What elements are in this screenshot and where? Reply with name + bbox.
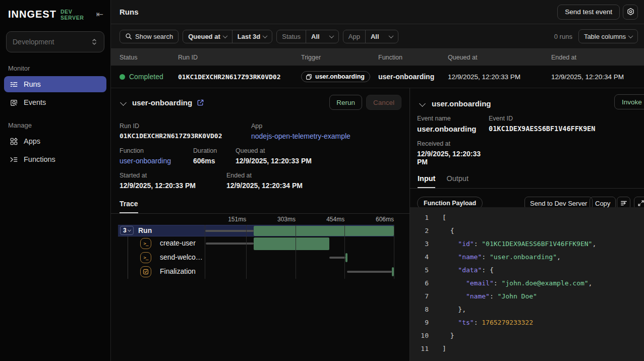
queued-at-value: 12/9/2025, 12:20:33 PM [448, 73, 551, 81]
trace-gridline [344, 225, 345, 279]
filter-bar: Show search Queued at Last 3d Status All [111, 24, 644, 49]
send-test-event-button[interactable]: Send test event [557, 5, 620, 20]
status-completed-dot [120, 74, 125, 80]
rerun-button[interactable]: Rerun [329, 95, 362, 110]
line-number: 9 [410, 319, 429, 326]
sidebar-item-label: Apps [24, 137, 40, 145]
column-header-queued-at: Queued at [448, 54, 551, 61]
select-updown-icon [91, 38, 98, 46]
event-id-value: 01KC1DEX9AESS6BF1V46FFK9EN [489, 125, 644, 133]
time-field-dropdown[interactable]: Queued at [183, 30, 232, 43]
started-at-label: Started at [120, 172, 226, 179]
line-number: 3 [410, 240, 429, 248]
trace-gridline [394, 225, 394, 279]
status-filter-label: Status [277, 30, 306, 43]
inngest-dev-server-app: INNGEST DEV SERVER ⇤ Development Monitor… [0, 0, 644, 361]
chevron-down-icon [263, 33, 268, 38]
duration-value: 606ms [193, 157, 236, 165]
trace-row-run[interactable]: 3 Run [111, 225, 409, 236]
time-field-value: Queued at [188, 33, 220, 40]
section-label-manage: Manage [8, 122, 102, 129]
finalization-step-icon [140, 266, 151, 277]
trace-waterfall: 3 Run >_ create-user >_ send-welco… [111, 214, 409, 290]
tab-trace[interactable]: Trace [120, 200, 138, 213]
function-link[interactable]: user-onboarding [120, 157, 193, 165]
topbar: Runs Send test event [111, 0, 644, 24]
time-range-dropdown[interactable]: Last 3d [232, 30, 272, 43]
line-number: 7 [410, 292, 429, 300]
queued-at-label: Queued at [236, 147, 401, 154]
app-filter-value: All [371, 33, 379, 40]
app-filter-label: App [343, 30, 365, 43]
ended-at-value: 12/9/2025, 12:20:34 PM [226, 182, 401, 190]
code-line: 9 "ts": 1765279233322 [410, 316, 644, 329]
inngest-logo: INNGEST [8, 9, 56, 20]
trigger-badge[interactable]: user.onboarding [301, 71, 370, 82]
collapse-sidebar-icon[interactable]: ⇤ [96, 10, 103, 19]
workspace-select[interactable]: Development [6, 31, 104, 52]
sidebar-item-apps[interactable]: Apps [4, 133, 106, 149]
code-line: 10 } [410, 329, 644, 342]
code-line: 8 }, [410, 303, 644, 316]
collapse-event-panel-icon[interactable] [419, 100, 426, 107]
external-link-icon[interactable] [197, 99, 204, 106]
trace-row-label: Finalization [160, 267, 196, 275]
settings-button[interactable] [623, 5, 638, 20]
show-search-button[interactable]: Show search [120, 30, 179, 43]
app-filter-dropdown[interactable]: All [365, 30, 398, 43]
event-trigger-icon [306, 74, 312, 80]
trace-gridline [246, 225, 247, 279]
received-at-value: 12/9/2025, 12:20:33 PM [417, 150, 489, 166]
run-details-panel: user-onboarding Rerun Cancel [111, 88, 410, 361]
function-name: user-onboarding [378, 73, 448, 81]
invoke-button[interactable]: Invoke [614, 94, 644, 109]
trace-children-count-badge[interactable]: 3 [120, 226, 134, 235]
trace-row-finalization[interactable]: Finalization [111, 265, 409, 279]
runs-table-header: Status Run ID Trigger Function Queued at… [111, 49, 644, 66]
trace-row-label: create-user [160, 239, 196, 247]
tab-input[interactable]: Input [418, 174, 435, 188]
line-number: 5 [410, 266, 429, 274]
trace-row-label: send-welco… [160, 253, 203, 261]
cancel-button[interactable]: Cancel [366, 95, 401, 110]
sidebar-item-runs[interactable]: Runs [4, 76, 106, 92]
table-columns-button[interactable]: Table columns [578, 29, 638, 43]
duration-label: Duration [193, 147, 236, 154]
trace-row-send-welcome[interactable]: >_ send-welco… [111, 251, 409, 265]
code-line: 5 "data": { [410, 263, 644, 276]
app-link[interactable]: nodejs-open-telemetry-example [251, 132, 401, 140]
received-at-label: Received at [417, 140, 489, 147]
column-header-function: Function [378, 54, 448, 61]
chevron-down-icon [128, 228, 131, 231]
apps-icon [10, 137, 18, 146]
sidebar-item-functions[interactable]: Functions [4, 151, 106, 167]
column-header-ended-at: Ended at [551, 54, 644, 61]
sidebar-item-label: Functions [24, 155, 55, 163]
code-line: 3 "id": "01KC1DEX9AESS6BF1V46FFK9EN", [410, 237, 644, 250]
status-filter-dropdown[interactable]: All [306, 30, 338, 43]
collapse-run-panel-icon[interactable] [120, 99, 127, 106]
expand-icon [637, 200, 644, 207]
terminal-step-icon: >_ [140, 252, 151, 263]
column-header-trigger: Trigger [301, 54, 378, 61]
time-filter-group: Queued at Last 3d [183, 30, 272, 43]
table-row[interactable]: Completed 01KC1DEXCHR2N617Z93RK0VD02 use… [111, 66, 644, 88]
sidebar-item-label: Events [24, 98, 46, 106]
dev-server-badge: DEV SERVER [61, 9, 96, 21]
trace-row-create-user[interactable]: >_ create-user [111, 236, 409, 251]
payload-code-editor: 1[2 {3 "id": "01KC1DEX9AESS6BF1V46FFK9EN… [410, 207, 644, 361]
event-name-label: Event name [417, 115, 489, 122]
runs-icon [10, 80, 18, 89]
run-id: 01KC1DEXCHR2N617Z93RK0VD02 [178, 73, 301, 81]
sidebar-item-events[interactable]: Events [4, 94, 106, 110]
trace-wait-segment [347, 271, 392, 273]
run-id-value: 01KC1DEXCHR2N617Z93RK0VD02 [120, 132, 251, 140]
sidebar: INNGEST DEV SERVER ⇤ Development Monitor… [0, 0, 111, 361]
show-search-label: Show search [135, 33, 173, 40]
status-filter-group: Status All [276, 30, 338, 43]
tab-output[interactable]: Output [446, 174, 469, 188]
ended-at-value: 12/9/2025, 12:20:34 PM [551, 73, 644, 81]
gear-icon [626, 8, 635, 16]
trace-axis-tick: 151ms [228, 216, 246, 223]
trace-timeline-divider [205, 225, 205, 279]
